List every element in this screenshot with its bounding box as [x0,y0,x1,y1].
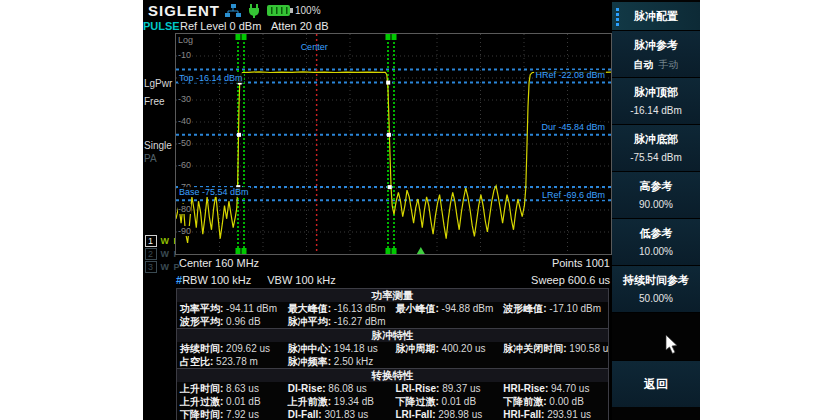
table-section-1: 脉冲特性持续时间: 209.62 us脉冲中心: 194.18 us脉冲周期: … [176,328,609,369]
sidebar-item-2[interactable]: 脉冲底部-75.54 dBm [612,125,700,172]
center-marker-label: Center [301,42,328,52]
table-section-2: 转换特性上升时间: 8.63 usDI-Rise: 86.08 usLRI-Ri… [176,368,609,420]
battery-percent: 100% [295,5,321,16]
ref-line-label-lref: LRef -69.6 dBm [541,190,606,200]
gutter-lgpwr: LgPwr [144,78,175,89]
table-row: 持续时间: 209.62 us脉冲中心: 194.18 us脉冲周期: 400.… [177,342,608,355]
bottom-trigger-marker [417,247,425,254]
sidebar-item-label: 高参考 [612,172,700,194]
section-title: 脉冲特性 [177,329,608,342]
y-tick-label: -80 [178,204,191,214]
battery-icon [267,5,293,16]
ref-line-label-base: Base -75.54 dBm [178,187,250,197]
sidebar-title-pulse-config[interactable]: 脉冲配置 [612,2,700,31]
edge-marker [388,185,392,189]
sidebar-item-value: 50.00% [612,288,700,304]
analyzer-screen: SIGLENT 100% PULSE Ref Level 0 dBm Atten… [143,0,700,420]
sidebar-title-label: 脉冲配置 [634,9,678,24]
sweep-label: Sweep 600.6 us [175,274,610,286]
menu-dots-icon [616,8,620,28]
table-row: 上升时间: 8.63 usDI-Rise: 86.08 usLRI-Rise: … [177,382,608,395]
mode-label: PULSE [143,20,176,32]
pulse-trace [176,72,611,243]
gutter-free: Free [144,96,175,107]
back-button[interactable]: 返回 [612,360,700,407]
ref-line-label-href: HRef -22.08 dBm [534,70,606,80]
table-row: 功率平均: -94.11 dBm最大峰值: -16.13 dBm最小峰值: -9… [177,302,608,315]
atten-label: Atten 20 dB [271,20,329,32]
table-row: 下降时间: 7.92 usDI-Fall: 301.83 usLRI-Fall:… [177,408,608,420]
table-section-0: 功率测量功率平均: -94.11 dBm最大峰值: -16.13 dBm最小峰值… [176,288,609,329]
table-row: 上升过激: 0.01 dB上升前激: 19.34 dB下降过激: 0.01 dB… [177,395,608,408]
edge-marker [387,133,391,137]
sidebar-item-value: 10.00% [612,241,700,257]
ref-line-label-top: Top -16.14 dBm [178,73,244,83]
sidebar-item-label: 脉冲底部 [612,125,700,147]
ref-line-label-dur: Dur -45.84 dBm [540,122,606,132]
sidebar-item-value: -75.54 dBm [612,147,700,163]
y-tick-label: -40 [178,116,191,126]
section-title: 功率测量 [177,289,608,302]
y-tick-label: -30 [178,94,191,104]
sidebar-item-3[interactable]: 高参考90.00% [612,172,700,219]
brand-logo: SIGLENT [148,2,220,19]
sidebar-item-label: 脉冲参考 [612,31,700,53]
sidebar-item-0[interactable]: 脉冲参考自动手动 [612,31,700,78]
y-tick-label: -60 [178,160,191,170]
measurement-tables: 功率测量功率平均: -94.11 dBm最大峰值: -16.13 dBm最小峰值… [176,289,609,420]
y-tick-label: -10 [178,50,191,60]
network-icon [225,4,241,18]
edge-marker [237,133,241,137]
sidebar-item-label: 脉冲顶部 [612,78,700,100]
spectrum-svg [176,34,611,254]
sidebar-item-value: 自动手动 [612,53,700,72]
sidebar-item-label: 低参考 [612,219,700,241]
ref-level-label: Ref Level 0 dBm [180,20,261,32]
sidebar-item-value: 90.00% [612,194,700,210]
sidebar-item-5[interactable]: 持续时间参考50.00% [612,266,700,313]
softkey-sidebar: 脉冲配置 脉冲参考自动手动脉冲顶部-16.14 dBm脉冲底部-75.54 dB… [612,0,700,420]
plot-area: Log-10-20-30-40-50-60-70-80-90Top -16.14… [175,33,612,255]
gutter-single: Single [144,140,175,151]
section-title: 转换特性 [177,369,608,382]
gutter-pa: PA [144,153,175,164]
table-row: 占空比: 523.78 m脉冲频率: 2.50 kHz [177,355,608,368]
mouse-cursor [665,335,681,355]
y-axis-log-label: Log [178,35,193,45]
sidebar-item-label: 持续时间参考 [612,266,700,288]
points-label: Points 1001 [175,257,610,269]
sidebar-item-4[interactable]: 低参考10.00% [612,219,700,266]
edge-marker [386,81,390,85]
sidebar-item-1[interactable]: 脉冲顶部-16.14 dBm [612,78,700,125]
table-row: 波形平均: 0.96 dB脉冲平均: -16.27 dBm [177,315,608,328]
y-tick-label: -90 [178,226,191,236]
power-plug-icon [247,3,261,18]
y-tick-label: -50 [178,138,191,148]
sidebar-item-list: 脉冲参考自动手动脉冲顶部-16.14 dBm脉冲底部-75.54 dBm高参考9… [612,31,700,313]
sidebar-item-value: -16.14 dBm [612,100,700,116]
page: { "header": { "brand": "SIGLENT", "batte… [0,0,840,420]
